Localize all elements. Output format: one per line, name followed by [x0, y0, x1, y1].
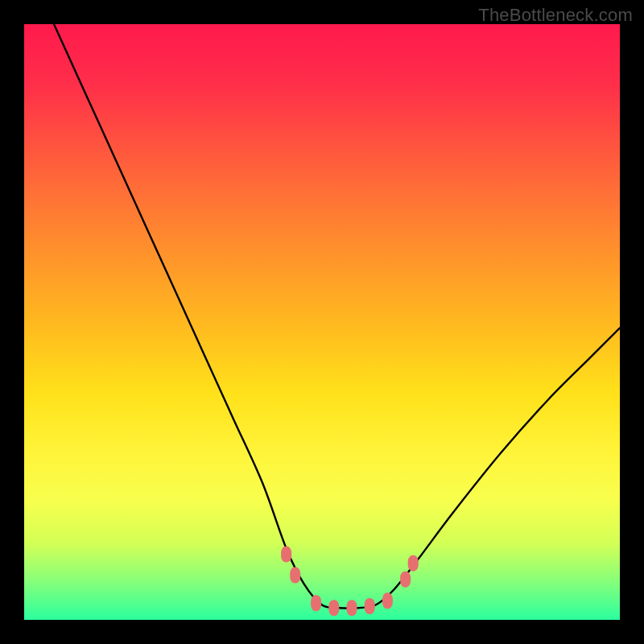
curve-marker — [347, 600, 357, 616]
curve-marker — [281, 547, 291, 563]
plot-area — [24, 24, 620, 620]
curve-marker — [290, 568, 300, 584]
curve-marker — [311, 595, 321, 611]
watermark-text: TheBottleneck.com — [478, 5, 633, 26]
curve-marker — [365, 598, 375, 614]
curve-marker — [408, 555, 419, 572]
bottleneck-curve — [54, 24, 620, 609]
curve-marker — [400, 572, 411, 588]
chart-frame: TheBottleneck.com — [0, 0, 644, 644]
curve-marker — [328, 600, 339, 616]
curve-marker — [382, 592, 393, 609]
curve-layer — [24, 24, 620, 620]
